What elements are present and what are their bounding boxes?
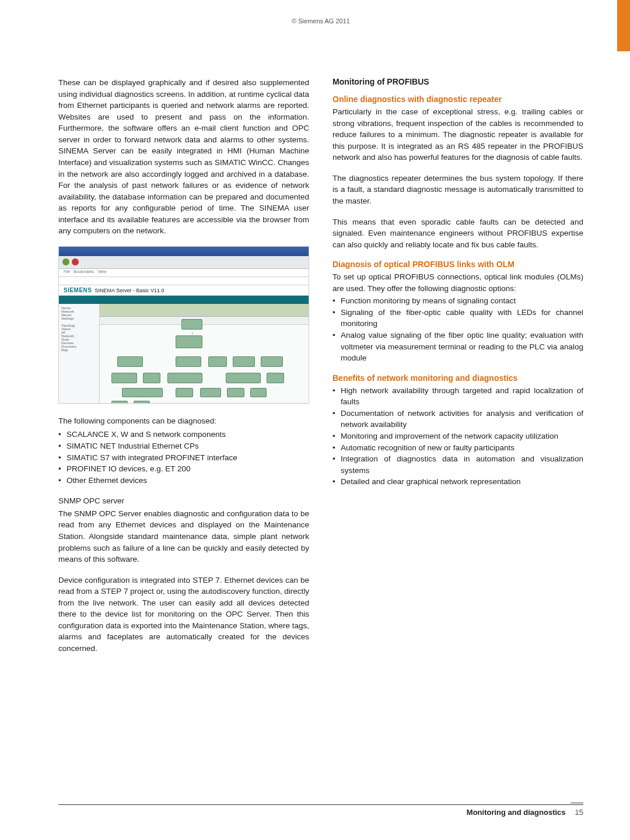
screenshot-product: SINEMA Server - Basic V11.0 — [95, 288, 164, 293]
footer-section: Monitoring and diagnostics — [467, 808, 566, 817]
page-footer: Monitoring and diagnostics 15 — [58, 808, 583, 817]
snmp-title: SNMP OPC server — [58, 495, 309, 507]
list-item: Integration of diagnostics data in autom… — [332, 453, 583, 476]
right-h1: Monitoring of PROFIBUS — [332, 77, 583, 86]
list-item: Detailed and clear graphical network rep… — [332, 476, 583, 488]
snmp-p1: The SNMP OPC Server enables diagnostic a… — [58, 508, 309, 565]
list-item: Analog value signaling of the fiber opti… — [332, 330, 583, 364]
list-item: Automatic recognition of new or faulty p… — [332, 442, 583, 454]
list-item: Function monitoring by means of signalin… — [332, 295, 583, 307]
list-item: Monitoring and improvement of the networ… — [332, 430, 583, 442]
list-item: Signaling of the fiber-optic cable quali… — [332, 307, 583, 330]
sub-online-diag: Online diagnostics with diagnostic repea… — [332, 94, 583, 104]
list-item: SCALANCE X, W and S network components — [58, 429, 309, 440]
right-p2: The diagnostics repeater determines the … — [332, 173, 583, 207]
list-item: SIMATIC NET Industrial Ethernet CPs — [58, 440, 309, 452]
section-tab — [617, 0, 630, 51]
right-column: Monitoring of PROFIBUS Online diagnostic… — [332, 77, 583, 664]
right-p4: To set up optical PROFIBUS connections, … — [332, 271, 583, 294]
footer-short-rule — [570, 803, 583, 803]
list-item: Documentation of network activities for … — [332, 408, 583, 430]
list-item: PROFINET IO devices, e.g. ET 200 — [58, 463, 309, 475]
diag-list: SCALANCE X, W and S network components S… — [58, 429, 309, 486]
sinema-screenshot: File Bookmarks View SIEMENS SINEMA Serve… — [58, 246, 309, 404]
sub-olm: Diagnosis of optical PROFIBUS links with… — [332, 260, 583, 269]
left-column: These can be displayed graphically and i… — [58, 77, 309, 664]
olm-list: Function monitoring by means of signalin… — [332, 295, 583, 363]
right-p3: This means that even sporadic cable faul… — [332, 216, 583, 251]
snmp-p2: Device configuration is integrated into … — [58, 575, 309, 654]
list-item: High network availability through target… — [332, 385, 583, 408]
list-item: SIMATIC S7 with integrated PROFINET inte… — [58, 452, 309, 464]
footer-page-number: 15 — [575, 808, 583, 817]
diag-intro: The following components can be diagnose… — [58, 415, 309, 427]
benefits-list: High network availability through target… — [332, 385, 583, 488]
screenshot-brand: SIEMENS — [64, 287, 92, 293]
copyright-line: © Siemens AG 2011 — [58, 18, 583, 24]
intro-paragraph: These can be displayed graphically and i… — [58, 77, 309, 237]
list-item: Other Ethernet devices — [58, 475, 309, 487]
sub-benefits: Benefits of network monitoring and diagn… — [332, 373, 583, 383]
right-p1: Particularly in the case of exceptional … — [332, 106, 583, 163]
page-content: © Siemens AG 2011 These can be displayed… — [0, 0, 630, 687]
footer-rule — [58, 804, 583, 805]
